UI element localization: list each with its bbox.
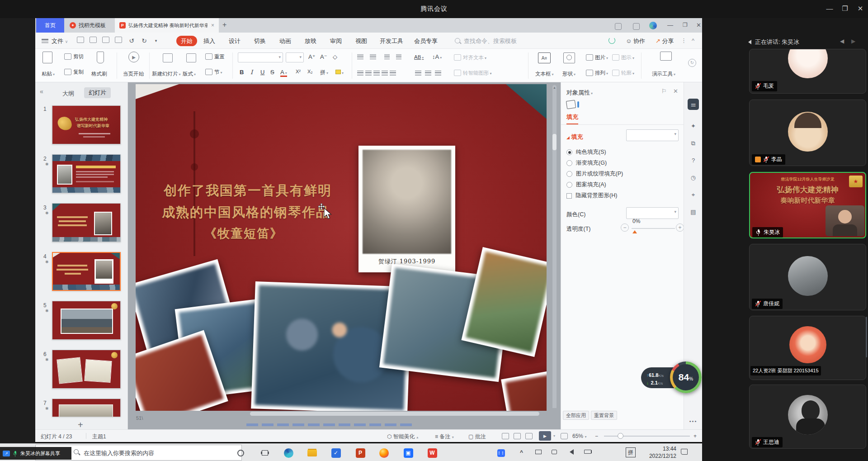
firefox-icon[interactable] — [378, 447, 389, 458]
menu-slideshow[interactable]: 放映 — [305, 37, 316, 45]
present-tools-button[interactable]: 演示工具 — [652, 71, 675, 77]
slideshow-play-button[interactable]: ▶ — [539, 431, 551, 441]
close-panel-icon[interactable]: ✕ — [673, 88, 678, 95]
superscript-button[interactable]: X² — [296, 69, 301, 74]
properties-tool-icon[interactable]: ⚌ — [688, 99, 699, 110]
minimize-button[interactable]: — — [824, 5, 835, 12]
section-button[interactable]: 节 — [205, 69, 222, 76]
bullet-list-icon[interactable] — [357, 54, 363, 59]
arrange-button[interactable]: 排列 — [586, 70, 608, 76]
zoom-level[interactable]: 65% ▾ — [572, 433, 586, 439]
help-tool-icon[interactable]: ? — [688, 155, 699, 166]
participant-tile[interactable]: 王思迪 — [749, 385, 866, 449]
reset-button[interactable]: 重置 — [205, 53, 225, 60]
fill-option-pattern[interactable]: 图案填充(A) — [566, 181, 606, 189]
history-tool-icon[interactable]: ◷ — [688, 172, 699, 183]
search-input[interactable]: 在这里输入你要搜索的内容 — [84, 449, 154, 457]
align-text-button[interactable]: 对齐文本 — [454, 54, 486, 61]
tray-expand-icon[interactable]: ^ — [520, 449, 523, 456]
outline-button[interactable]: 轮廓 — [612, 70, 634, 76]
slide-thumbnail-2[interactable] — [52, 154, 121, 193]
font-size-select[interactable] — [286, 52, 304, 62]
performance-gauge[interactable]: 84% — [670, 361, 702, 393]
fill-section-header[interactable]: ◢ 填充 — [566, 133, 583, 141]
italic-button[interactable]: I — [250, 69, 253, 76]
more-tools-icon[interactable]: ••• — [688, 415, 699, 427]
space-before-icon[interactable] — [425, 71, 431, 76]
redo-icon[interactable]: ↻ — [140, 37, 148, 45]
slide-thumbnail-5[interactable] — [52, 301, 121, 340]
reading-view-icon[interactable] — [525, 433, 533, 439]
slide-thumbnail-1[interactable]: 弘扬伟大建党精神 谱写新时代新华章 — [52, 105, 121, 144]
maximize-button[interactable]: ❐ — [839, 5, 851, 13]
layout-button[interactable]: 版式 — [183, 71, 196, 77]
copy-button[interactable]: 复制 — [64, 69, 84, 76]
text-direction-button[interactable]: ↕A — [432, 53, 442, 60]
slide-text-line2[interactable]: 成熟的中国风格的钢琴作品 — [162, 204, 330, 222]
location-tool-icon[interactable]: ⌖ — [688, 189, 699, 200]
smart-beautify-button[interactable]: ⬡ 智能美化 ▴ — [387, 433, 418, 441]
portrait-photo[interactable]: 贺绿汀 1903-1999 — [359, 146, 455, 272]
fill-option-solid[interactable]: 纯色填充(S) — [566, 148, 606, 156]
transparency-plus-button[interactable]: + — [676, 223, 684, 232]
comments-button[interactable]: ▢ 批注 — [468, 433, 486, 441]
participant-tile-speaking[interactable]: 慈法学院12月份人生导师沙龙 弘扬伟大建党精神 奏响新时代新华章 ★ 朱昊冰 — [749, 172, 866, 238]
slide-thumbnail-6[interactable] — [52, 350, 121, 389]
zoom-slider-knob[interactable] — [618, 433, 623, 439]
pinyin-button[interactable]: 拼 — [320, 69, 328, 76]
menu-animation[interactable]: 动画 — [279, 37, 291, 45]
wps-app-icon[interactable]: W — [427, 447, 438, 458]
increase-font-button[interactable]: A⁺ — [308, 53, 316, 60]
copy-tool-icon[interactable]: ⧉ — [688, 138, 699, 149]
paste-button[interactable]: 粘贴 — [42, 71, 55, 77]
align-justify-icon[interactable] — [382, 71, 388, 76]
close-button[interactable]: ✕ — [854, 5, 866, 13]
collapse-ribbon-icon[interactable]: ^ — [692, 37, 694, 44]
tab-slides[interactable]: 幻灯片 — [84, 87, 111, 98]
participant-tile[interactable]: 李晶 — [749, 100, 866, 166]
text-box-button[interactable]: 文本框 — [535, 71, 554, 77]
reset-background-button[interactable]: 重置背景 — [591, 411, 617, 420]
vertical-scroll-thumb[interactable] — [552, 134, 557, 150]
menu-member[interactable]: 会员专享 — [414, 37, 438, 45]
tray-app-icon[interactable]: ⋮⋮ — [495, 447, 506, 458]
ime-indicator[interactable]: 拼 — [626, 447, 636, 457]
char-spacing-button[interactable]: AB — [414, 54, 424, 60]
fill-style-select[interactable] — [626, 129, 679, 141]
slide-text-line1[interactable]: 创作了我国第一首具有鲜明 — [164, 182, 332, 200]
tab-fill[interactable]: 填充 — [566, 113, 578, 124]
align-right-icon[interactable] — [373, 71, 380, 76]
tab-list-icon[interactable] — [615, 23, 622, 30]
cut-button[interactable]: 剪切 — [64, 53, 84, 60]
menu-file[interactable]: 文件 ∨ — [52, 37, 68, 45]
slide-canvas[interactable]: 创作了我国第一首具有鲜明 成熟的中国风格的钢琴作品 《牧童短笛》 贺绿汀 190… — [136, 84, 547, 411]
line-spacing-icon[interactable] — [415, 71, 421, 76]
tray-network-icon[interactable] — [552, 450, 557, 454]
pin-panel-icon[interactable]: ⚐ — [661, 88, 667, 95]
align-distribute-icon[interactable] — [390, 71, 396, 76]
participants-scrollbar[interactable] — [866, 317, 867, 357]
slide-text-line3[interactable]: 《牧童短笛》 — [204, 225, 283, 242]
wps-minimize-icon[interactable]: — — [667, 22, 673, 29]
layout-prev-icon[interactable]: ◀ — [840, 38, 844, 44]
tab-home[interactable]: 首页 — [36, 18, 64, 33]
powerpoint-icon[interactable]: P — [355, 447, 366, 458]
underline-button[interactable]: U — [260, 69, 264, 76]
increase-indent-icon[interactable] — [396, 54, 401, 59]
theme-label[interactable]: 主题1 — [92, 433, 106, 441]
to-smartart-button[interactable]: 转智能图形 — [454, 70, 492, 76]
ribbon-more-icon[interactable]: ↻ — [688, 59, 696, 67]
layout-next-icon[interactable]: ▶ — [851, 38, 855, 44]
decrease-indent-icon[interactable] — [384, 54, 390, 59]
tab-document[interactable]: P 弘扬伟大建党精神 奏响新时代新华章 × — [115, 18, 219, 33]
notification-center-icon[interactable] — [681, 449, 688, 455]
strikethrough-button[interactable]: S — [270, 69, 274, 76]
save-icon[interactable] — [77, 37, 84, 43]
space-after-icon[interactable] — [435, 71, 441, 76]
fit-window-icon[interactable] — [561, 433, 568, 439]
slide-thumbnail-4-selected[interactable] — [52, 252, 121, 291]
menu-view[interactable]: 视图 — [355, 37, 367, 45]
scroll-up-icon[interactable]: ▲ — [553, 86, 556, 89]
sync-status-icon[interactable] — [609, 37, 615, 44]
cortana-icon[interactable] — [235, 447, 246, 458]
